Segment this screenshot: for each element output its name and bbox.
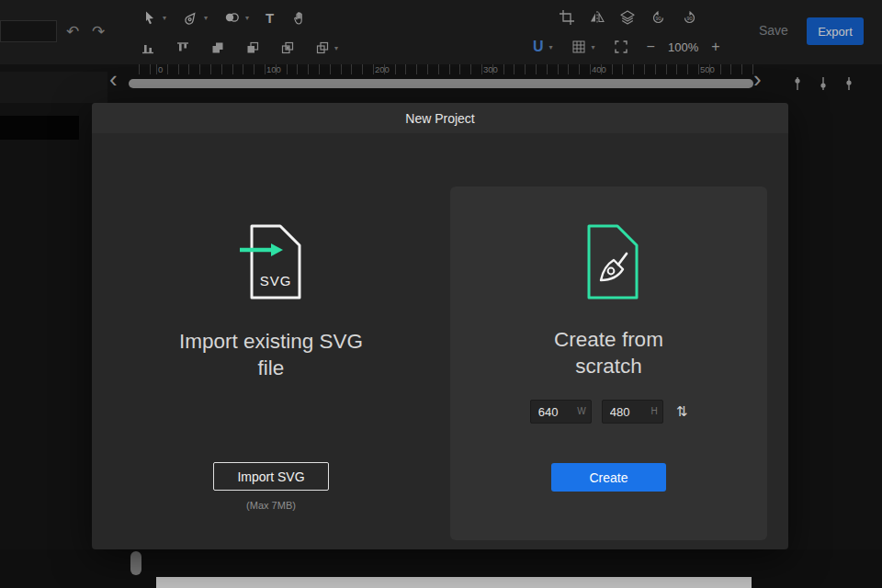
import-size-note: (Max 7MB): [170, 500, 372, 511]
svg-file-label: SVG: [260, 273, 292, 288]
app-window: ↶ ↷ ▾ ▾ ▾ T: [0, 0, 882, 588]
width-field: W: [530, 400, 592, 424]
height-field: H: [602, 400, 663, 424]
modal-header: New Project: [92, 103, 788, 133]
swap-dimensions-icon[interactable]: ⇅: [676, 403, 688, 420]
modal-body: SVG Import existing SVG file Import SVG …: [92, 133, 788, 549]
modal-title: New Project: [405, 111, 474, 126]
import-heading: Import existing SVG file: [170, 328, 372, 381]
width-unit-label: W: [577, 406, 585, 416]
pen-file-icon: [571, 221, 645, 302]
create-heading: Create from scratch: [535, 326, 683, 379]
import-svg-button[interactable]: Import SVG: [213, 462, 329, 491]
height-unit-label: H: [650, 406, 657, 416]
svg-file-icon: SVG: [234, 221, 308, 302]
dimension-inputs: W H ⇅: [450, 400, 767, 424]
create-button[interactable]: Create: [551, 463, 666, 492]
create-card: Create from scratch W H ⇅ Create: [450, 187, 767, 540]
new-project-modal: New Project SVG Import existing SVG file…: [92, 103, 788, 549]
